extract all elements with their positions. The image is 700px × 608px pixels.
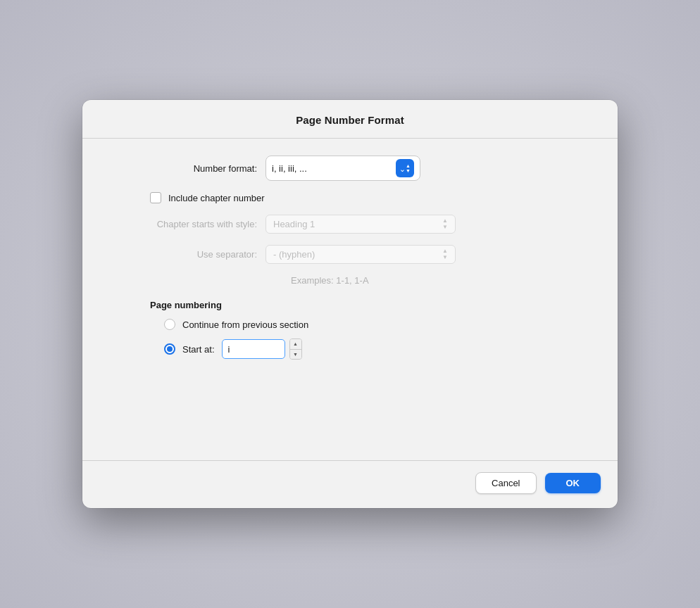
stepper-up-button[interactable]: ▲ — [290, 339, 301, 350]
start-at-label: Start at: — [182, 344, 215, 355]
dialog-title-bar: Page Number Format — [82, 100, 618, 139]
chevron-updown-icon — [406, 163, 411, 173]
chapter-style-chevron-icon — [442, 218, 448, 230]
start-at-stepper[interactable]: ▲ ▼ — [289, 338, 302, 360]
start-at-input[interactable] — [222, 339, 285, 359]
separator-label: Use separator: — [116, 249, 257, 260]
dialog-title: Page Number Format — [296, 114, 404, 126]
examples-row: Examples: 1-1, 1-A — [291, 275, 584, 286]
continue-radio-row[interactable]: Continue from previous section — [164, 319, 584, 330]
examples-label: Examples: 1-1, 1-A — [291, 275, 369, 286]
page-number-format-dialog: Page Number Format Number format: i, ii,… — [82, 100, 618, 508]
ok-button[interactable]: OK — [545, 473, 601, 493]
number-format-select[interactable]: i, ii, iii, ... — [265, 156, 420, 181]
number-format-value: i, ii, iii, ... — [272, 163, 396, 174]
include-chapter-row: Include chapter number — [150, 192, 584, 203]
chapter-style-label: Chapter starts with style: — [116, 219, 257, 229]
start-at-row: Start at: ▲ ▼ — [164, 338, 584, 360]
include-chapter-label: Include chapter number — [168, 193, 265, 203]
separator-select[interactable]: - (hyphen) — [265, 245, 456, 264]
separator-value: - (hyphen) — [273, 249, 315, 260]
number-format-label: Number format: — [116, 163, 257, 174]
dialog-body: Number format: i, ii, iii, ... Include c… — [82, 139, 618, 460]
cancel-button[interactable]: Cancel — [475, 472, 536, 494]
separator-row: Use separator: - (hyphen) — [116, 245, 584, 264]
page-numbering-heading: Page numbering — [150, 300, 584, 310]
separator-chevron-icon — [442, 248, 448, 260]
dialog-footer: Cancel OK — [82, 460, 618, 508]
stepper-down-button[interactable]: ▼ — [290, 350, 301, 360]
chapter-style-value: Heading 1 — [273, 219, 315, 229]
continue-radio[interactable] — [164, 319, 175, 330]
chapter-style-row: Chapter starts with style: Heading 1 — [116, 215, 584, 234]
number-format-row: Number format: i, ii, iii, ... — [116, 156, 584, 181]
start-at-radio[interactable] — [164, 343, 175, 355]
include-chapter-checkbox[interactable] — [150, 192, 161, 203]
continue-label: Continue from previous section — [182, 319, 308, 330]
chapter-style-select[interactable]: Heading 1 — [265, 215, 456, 234]
number-format-chevron-icon[interactable] — [396, 159, 414, 177]
